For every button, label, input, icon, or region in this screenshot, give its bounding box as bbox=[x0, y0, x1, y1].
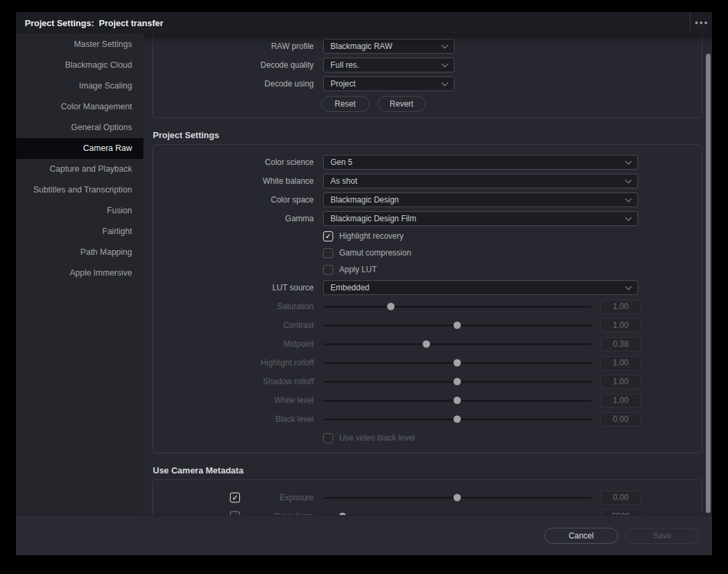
exposure-metadata-checkbox[interactable]: ✓ bbox=[230, 493, 240, 503]
revert-button[interactable]: Revert bbox=[377, 96, 426, 112]
midpoint-value-field[interactable]: 0.38 bbox=[601, 337, 641, 351]
settings-content: RAW profile Blackmagic RAW Decode qualit… bbox=[143, 34, 712, 515]
color-temp-value-field[interactable]: 5500 bbox=[601, 510, 641, 516]
use-video-black-level-checkbox[interactable]: ✓ bbox=[323, 433, 333, 443]
raw-profile-label: RAW profile bbox=[153, 42, 314, 51]
slider-thumb[interactable] bbox=[454, 397, 461, 404]
sidebar-item-image-scaling[interactable]: Image Scaling bbox=[16, 76, 143, 97]
dialog-footer: Cancel Save bbox=[16, 515, 712, 555]
shadow-rolloff-slider[interactable] bbox=[323, 381, 591, 383]
white-balance-label: White balance bbox=[153, 176, 314, 186]
dropdown-value: Embedded bbox=[330, 283, 626, 292]
highlight-rolloff-value-field[interactable]: 1.00 bbox=[601, 356, 641, 370]
cancel-button[interactable]: Cancel bbox=[544, 528, 618, 544]
sidebar-item-capture-and-playback[interactable]: Capture and Playback bbox=[16, 159, 143, 180]
raw-decode-panel: RAW profile Blackmagic RAW Decode qualit… bbox=[152, 34, 703, 118]
reset-button[interactable]: Reset bbox=[321, 96, 369, 112]
slider-thumb[interactable] bbox=[423, 341, 430, 348]
contrast-value-field[interactable]: 1.00 bbox=[601, 319, 641, 333]
slider-thumb[interactable] bbox=[339, 513, 347, 516]
vertical-scrollbar[interactable] bbox=[705, 34, 712, 515]
chevron-down-icon bbox=[625, 283, 632, 290]
gamma-dropdown[interactable]: Blackmagic Design Film bbox=[323, 211, 638, 226]
color-science-dropdown[interactable]: Gen 5 bbox=[323, 155, 638, 170]
scrollbar-thumb[interactable] bbox=[706, 54, 711, 513]
save-button[interactable]: Save bbox=[625, 528, 699, 544]
highlight-recovery-checkbox[interactable]: ✓ bbox=[323, 231, 333, 241]
sidebar-item-master-settings[interactable]: Master Settings bbox=[16, 34, 143, 55]
project-settings-section-title: Project Settings bbox=[153, 129, 712, 142]
slider-thumb[interactable] bbox=[387, 303, 395, 310]
ellipsis-icon bbox=[705, 21, 707, 24]
white-level-slider[interactable] bbox=[323, 400, 591, 402]
sidebar-item-apple-immersive[interactable]: Apple Immersive bbox=[16, 263, 143, 284]
decode-using-label: Decode using bbox=[153, 79, 314, 89]
black-level-value-field[interactable]: 0.00 bbox=[601, 412, 641, 426]
color-temp-metadata-checkbox[interactable]: ✓ bbox=[230, 512, 240, 516]
saturation-slider[interactable] bbox=[323, 306, 591, 308]
sidebar-item-general-options[interactable]: General Options bbox=[16, 117, 143, 138]
exposure-label: Exposure bbox=[280, 493, 314, 502]
gamut-compression-checkbox[interactable]: ✓ bbox=[323, 248, 333, 258]
shadow-rolloff-label: Shadow rolloff bbox=[153, 377, 314, 386]
white-level-value-field[interactable]: 1.00 bbox=[601, 394, 641, 408]
exposure-value-field[interactable]: 0.00 bbox=[601, 491, 641, 505]
raw-profile-dropdown[interactable]: Blackmagic RAW bbox=[323, 39, 454, 54]
chevron-down-icon bbox=[442, 79, 448, 86]
dropdown-value: Blackmagic RAW bbox=[330, 42, 442, 51]
color-space-dropdown[interactable]: Blackmagic Design bbox=[323, 192, 638, 207]
sidebar-item-fairlight[interactable]: Fairlight bbox=[16, 221, 143, 242]
slider-thumb[interactable] bbox=[454, 416, 461, 423]
decode-quality-dropdown[interactable]: Full res. bbox=[323, 58, 454, 72]
contrast-label: Contrast bbox=[153, 321, 314, 330]
ellipsis-icon bbox=[700, 21, 703, 24]
sidebar-item-color-management[interactable]: Color Management bbox=[16, 97, 143, 117]
contrast-slider[interactable] bbox=[323, 325, 591, 327]
exposure-slider[interactable] bbox=[323, 497, 591, 499]
chevron-down-icon bbox=[625, 195, 632, 202]
options-menu-button[interactable] bbox=[690, 12, 712, 34]
highlight-recovery-label: Highlight recovery bbox=[339, 231, 404, 241]
midpoint-label: Midpoint bbox=[153, 339, 314, 349]
use-video-black-level-label: Use video black level bbox=[339, 433, 415, 443]
slider-thumb[interactable] bbox=[454, 378, 461, 386]
highlight-rolloff-slider[interactable] bbox=[323, 362, 591, 364]
slider-thumb[interactable] bbox=[454, 322, 461, 329]
chevron-down-icon bbox=[625, 214, 632, 221]
highlight-rolloff-label: Highlight rolloff bbox=[153, 358, 314, 367]
sidebar-item-blackmagic-cloud[interactable]: Blackmagic Cloud bbox=[16, 55, 143, 76]
project-settings-dialog: Project Settings: Project transfer Maste… bbox=[16, 12, 712, 555]
sidebar-item-camera-raw[interactable]: Camera Raw bbox=[16, 138, 143, 159]
apply-lut-checkbox[interactable]: ✓ bbox=[323, 265, 333, 275]
color-science-label: Color science bbox=[153, 158, 314, 167]
dropdown-value: Full res. bbox=[330, 60, 442, 70]
white-level-label: White level bbox=[153, 396, 314, 405]
white-balance-dropdown[interactable]: As shot bbox=[323, 174, 638, 188]
saturation-value-field[interactable]: 1.00 bbox=[601, 300, 641, 314]
sidebar-item-fusion[interactable]: Fusion bbox=[16, 200, 143, 221]
sidebar-item-subtitles-and-transcription[interactable]: Subtitles and Transcription bbox=[16, 180, 143, 200]
dropdown-value: Gen 5 bbox=[330, 158, 626, 167]
slider-thumb[interactable] bbox=[454, 494, 461, 502]
shadow-rolloff-value-field[interactable]: 1.00 bbox=[601, 375, 641, 389]
dropdown-value: Project bbox=[330, 79, 442, 89]
dialog-title: Project Settings: Project transfer bbox=[16, 18, 690, 28]
checkmark-icon: ✓ bbox=[232, 494, 238, 502]
apply-lut-label: Apply LUT bbox=[339, 265, 377, 274]
slider-thumb[interactable] bbox=[454, 359, 461, 367]
lut-source-label: LUT source bbox=[153, 283, 314, 292]
saturation-label: Saturation bbox=[153, 302, 314, 311]
decode-quality-label: Decode quality bbox=[153, 60, 314, 70]
color-space-label: Color space bbox=[153, 195, 314, 205]
gamut-compression-label: Gamut compression bbox=[339, 248, 411, 257]
camera-metadata-panel: ✓ Exposure 0.00 ✓ Color temp 5500 bbox=[152, 479, 703, 515]
gamma-label: Gamma bbox=[153, 214, 314, 223]
black-level-slider[interactable] bbox=[323, 418, 591, 420]
midpoint-slider[interactable] bbox=[323, 343, 591, 345]
decode-using-dropdown[interactable]: Project bbox=[323, 76, 454, 91]
sidebar-item-path-mapping[interactable]: Path Mapping bbox=[16, 242, 143, 263]
chevron-down-icon bbox=[442, 42, 448, 48]
dropdown-value: Blackmagic Design bbox=[330, 195, 626, 205]
chevron-down-icon bbox=[625, 176, 632, 183]
lut-source-dropdown[interactable]: Embedded bbox=[323, 280, 638, 295]
